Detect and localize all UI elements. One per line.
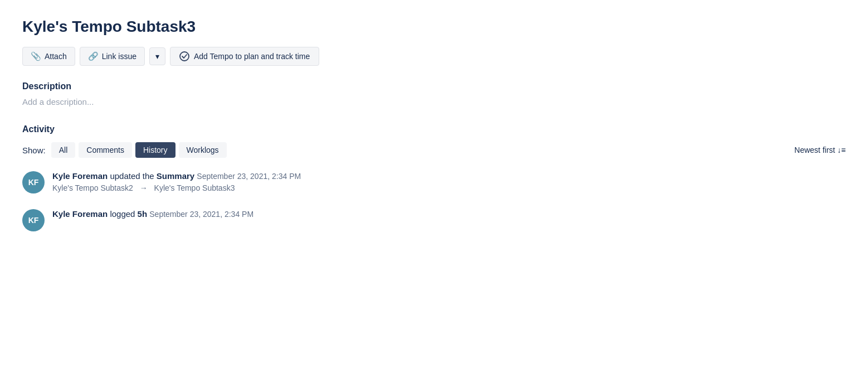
- entry-timestamp-1: September 23, 2021, 2:34 PM: [197, 172, 301, 181]
- filter-tab-comments[interactable]: Comments: [79, 142, 132, 158]
- svg-point-0: [180, 52, 189, 61]
- toolbar: 📎 Attach 🔗 Link issue ▾ Add Tempo to pla…: [22, 47, 846, 66]
- activity-entry-2: KF Kyle Foreman logged 5h September 23, …: [22, 209, 846, 231]
- attach-label: Attach: [45, 52, 67, 61]
- entry-field-2: 5h: [138, 209, 148, 219]
- entry-user-2: Kyle Foreman: [52, 209, 108, 219]
- filter-tabs: All Comments History Worklogs: [51, 142, 789, 158]
- entry-to-1: Kyle's Tempo Subtask3: [154, 183, 235, 192]
- entry-detail-1: Kyle's Tempo Subtask2 → Kyle's Tempo Sub…: [52, 183, 301, 192]
- activity-section-label: Activity: [22, 124, 846, 134]
- entry-timestamp-2: September 23, 2021, 2:34 PM: [149, 210, 253, 219]
- avatar-kf-1: KF: [22, 171, 45, 193]
- checkmark-circle-icon: [179, 51, 189, 61]
- entry-field-1: Summary: [157, 171, 194, 181]
- page-title: Kyle's Tempo Subtask3: [22, 18, 846, 36]
- attach-icon: 📎: [31, 51, 41, 61]
- link-icon: 🔗: [88, 51, 99, 61]
- entry-content-2: Kyle Foreman logged 5h September 23, 202…: [52, 209, 253, 219]
- avatar-kf-2: KF: [22, 209, 45, 231]
- attach-button[interactable]: 📎 Attach: [22, 47, 75, 66]
- entry-from-1: Kyle's Tempo Subtask2: [52, 183, 133, 192]
- tempo-button[interactable]: Add Tempo to plan and track time: [170, 47, 319, 66]
- filter-tab-history[interactable]: History: [135, 142, 175, 158]
- show-label: Show:: [22, 146, 46, 155]
- filter-tab-all[interactable]: All: [51, 142, 76, 158]
- filter-tab-worklogs[interactable]: Worklogs: [179, 142, 227, 158]
- description-placeholder[interactable]: Add a description...: [22, 97, 846, 107]
- activity-section: Activity Show: All Comments History Work…: [22, 124, 846, 231]
- entry-user-1: Kyle Foreman: [52, 171, 108, 181]
- description-section-label: Description: [22, 81, 846, 91]
- tempo-label: Add Tempo to plan and track time: [194, 52, 310, 61]
- entry-action-1: updated the: [110, 171, 156, 181]
- chevron-down-icon: ▾: [155, 52, 159, 61]
- activity-entries: KF Kyle Foreman updated the Summary Sept…: [22, 171, 846, 231]
- link-issue-button[interactable]: 🔗 Link issue: [80, 47, 145, 66]
- sort-control[interactable]: Newest first ↓≡: [794, 146, 846, 154]
- link-issue-label: Link issue: [102, 52, 136, 61]
- activity-filter-row: Show: All Comments History Worklogs Newe…: [22, 142, 846, 158]
- entry-main-2: Kyle Foreman logged 5h September 23, 202…: [52, 209, 253, 219]
- entry-main-1: Kyle Foreman updated the Summary Septemb…: [52, 171, 301, 181]
- arrow-icon-1: →: [140, 183, 148, 192]
- entry-action-2: logged: [110, 209, 137, 219]
- entry-content-1: Kyle Foreman updated the Summary Septemb…: [52, 171, 301, 192]
- activity-entry-1: KF Kyle Foreman updated the Summary Sept…: [22, 171, 846, 193]
- dropdown-button[interactable]: ▾: [149, 47, 165, 65]
